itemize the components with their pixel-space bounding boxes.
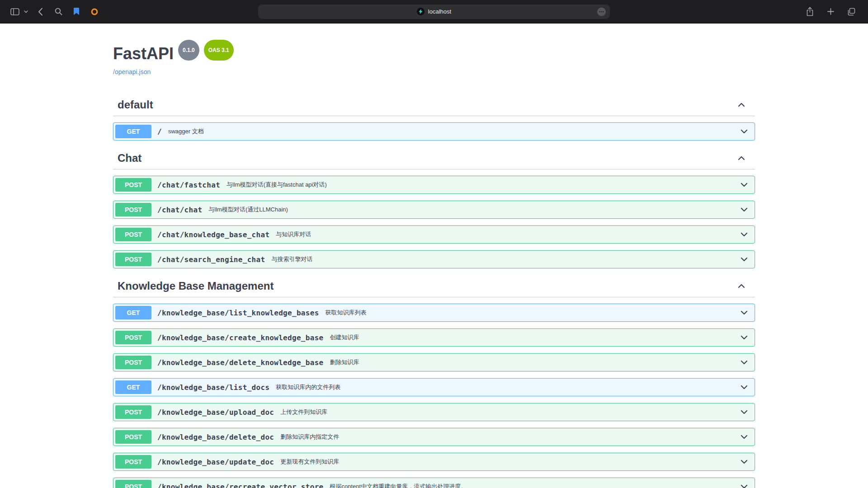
method-badge: POST: [115, 178, 151, 192]
chevron-down-icon[interactable]: [740, 127, 749, 136]
chevron-down-icon[interactable]: [740, 457, 749, 466]
section-title: Knowledge Base Management: [118, 280, 274, 292]
api-title-text: FastAPI: [113, 45, 174, 63]
page-more-options-icon[interactable]: [597, 7, 606, 16]
endpoint-row[interactable]: POST /knowledge_base/recreate_vector_sto…: [113, 478, 755, 488]
endpoint-path: /: [157, 127, 162, 136]
endpoint-row[interactable]: POST /knowledge_base/delete_knowledge_ba…: [113, 353, 755, 371]
chevron-up-icon[interactable]: [737, 100, 746, 109]
api-section: default GET / swagger 文档: [113, 94, 755, 141]
toolbar-right-group: [803, 5, 868, 19]
endpoint-description: 与llm模型对话(直接与fastchat api对话): [226, 181, 327, 189]
chevron-up-icon[interactable]: [737, 154, 746, 163]
section-body: POST /chat/fastchat 与llm模型对话(直接与fastchat…: [113, 169, 755, 268]
chevron-down-icon[interactable]: [740, 482, 749, 488]
endpoint-path: /knowledge_base/list_docs: [157, 383, 269, 392]
page-title: FastAPI 0.1.0 OAS 3.1: [113, 43, 755, 64]
endpoint-path: /knowledge_base/create_knowledge_base: [157, 333, 324, 342]
endpoint-row[interactable]: POST /knowledge_base/create_knowledge_ba…: [113, 328, 755, 347]
chevron-down-icon[interactable]: [740, 432, 749, 441]
section-body: GET / swagger 文档: [113, 116, 755, 141]
chevron-down-icon[interactable]: [740, 230, 749, 239]
sidebar-chevron-down-icon[interactable]: [23, 5, 29, 19]
endpoint-row[interactable]: POST /chat/fastchat 与llm模型对话(直接与fastchat…: [113, 176, 755, 194]
endpoint-description: 与知识库对话: [276, 230, 311, 239]
endpoint-path: /chat/knowledge_base_chat: [157, 230, 269, 239]
tab-overview-icon[interactable]: [844, 5, 858, 19]
endpoint-path: /chat/fastchat: [157, 181, 220, 189]
method-badge: GET: [115, 306, 151, 319]
endpoint-path: /knowledge_base/list_knowledge_bases: [157, 309, 319, 317]
chevron-down-icon[interactable]: [740, 333, 749, 342]
endpoint-description: 更新现有文件到知识库: [280, 458, 339, 466]
endpoint-row[interactable]: POST /knowledge_base/update_doc 更新现有文件到知…: [113, 453, 755, 471]
browser-toolbar: localhost: [0, 0, 868, 23]
method-badge: POST: [115, 455, 151, 469]
api-section: Knowledge Base Management GET /knowledge…: [113, 275, 755, 488]
endpoint-row[interactable]: POST /knowledge_base/delete_doc 删除知识库内指定…: [113, 428, 755, 446]
share-icon[interactable]: [803, 5, 816, 19]
ring-extension-icon[interactable]: [88, 5, 101, 19]
chevron-down-icon[interactable]: [740, 383, 749, 392]
endpoint-description: 创建知识库: [330, 333, 359, 342]
method-badge: POST: [115, 331, 151, 344]
method-badge: POST: [115, 356, 151, 369]
endpoint-path: /chat/search_engine_chat: [157, 255, 265, 264]
endpoint-description: swagger 文档: [168, 127, 204, 136]
swagger-wrapper: FastAPI 0.1.0 OAS 3.1 /openapi.json defa…: [104, 23, 764, 488]
method-badge: GET: [115, 380, 151, 394]
endpoint-description: 删除知识库: [330, 358, 359, 366]
endpoint-row[interactable]: GET / swagger 文档: [113, 122, 755, 141]
chevron-down-icon[interactable]: [740, 308, 749, 317]
endpoint-path: /knowledge_base/upload_doc: [157, 408, 274, 417]
chevron-down-icon[interactable]: [740, 408, 749, 417]
endpoint-row[interactable]: GET /knowledge_base/list_knowledge_bases…: [113, 304, 755, 322]
chevron-down-icon[interactable]: [740, 358, 749, 367]
openapi-spec-link[interactable]: /openapi.json: [113, 68, 151, 75]
method-badge: GET: [115, 125, 151, 138]
endpoint-description: 根据content中文档重建向量库，流式输出处理进度。: [330, 483, 467, 488]
chevron-down-icon[interactable]: [740, 205, 749, 214]
toolbar-left-group: [0, 5, 101, 19]
site-favicon: [417, 8, 425, 15]
endpoint-path: /knowledge_base/recreate_vector_store: [157, 483, 324, 488]
swagger-page: FastAPI 0.1.0 OAS 3.1 /openapi.json defa…: [0, 23, 868, 488]
bookmark-extension-icon[interactable]: [70, 5, 83, 19]
section-title: Chat: [118, 152, 142, 164]
chevron-down-icon[interactable]: [740, 255, 749, 264]
method-badge: POST: [115, 228, 151, 241]
method-badge: POST: [115, 253, 151, 266]
endpoint-row[interactable]: POST /knowledge_base/upload_doc 上传文件到知识库: [113, 403, 755, 421]
endpoint-path: /knowledge_base/update_doc: [157, 458, 274, 466]
chevron-down-icon[interactable]: [740, 180, 749, 189]
endpoint-description: 获取知识库内的文件列表: [276, 383, 340, 391]
back-button[interactable]: [33, 5, 47, 19]
endpoint-path: /knowledge_base/delete_knowledge_base: [157, 358, 324, 367]
endpoint-row[interactable]: GET /knowledge_base/list_docs 获取知识库内的文件列…: [113, 378, 755, 396]
endpoint-row[interactable]: POST /chat/chat 与llm模型对话(通过LLMChain): [113, 201, 755, 219]
endpoint-description: 获取知识库列表: [326, 309, 367, 317]
endpoint-row[interactable]: POST /chat/knowledge_base_chat 与知识库对话: [113, 225, 755, 244]
section-title: default: [118, 99, 153, 111]
endpoint-description: 删除知识库内指定文件: [280, 433, 339, 441]
search-icon[interactable]: [52, 5, 65, 19]
section-header[interactable]: Knowledge Base Management: [113, 275, 755, 297]
method-badge: POST: [115, 430, 151, 444]
url-text: localhost: [428, 8, 451, 15]
endpoint-description: 上传文件到知识库: [280, 408, 327, 416]
section-header[interactable]: Chat: [113, 147, 755, 169]
endpoint-sections: default GET / swagger 文档 Chat: [113, 94, 755, 488]
endpoint-row[interactable]: POST /chat/search_engine_chat 与搜索引擎对话: [113, 250, 755, 268]
api-section: Chat POST /chat/fastchat 与llm模型对话(直接与fas…: [113, 147, 755, 268]
method-badge: POST: [115, 480, 151, 488]
section-header[interactable]: default: [113, 94, 755, 116]
section-body: GET /knowledge_base/list_knowledge_bases…: [113, 297, 755, 488]
version-badge: 0.1.0: [178, 40, 199, 61]
sidebar-toggle-button[interactable]: [8, 5, 22, 19]
address-bar[interactable]: localhost: [258, 5, 610, 19]
method-badge: POST: [115, 203, 151, 216]
endpoint-path: /chat/chat: [157, 206, 202, 214]
endpoint-description: 与llm模型对话(通过LLMChain): [208, 206, 288, 214]
chevron-up-icon[interactable]: [737, 282, 746, 291]
new-tab-plus-icon[interactable]: [824, 5, 837, 19]
